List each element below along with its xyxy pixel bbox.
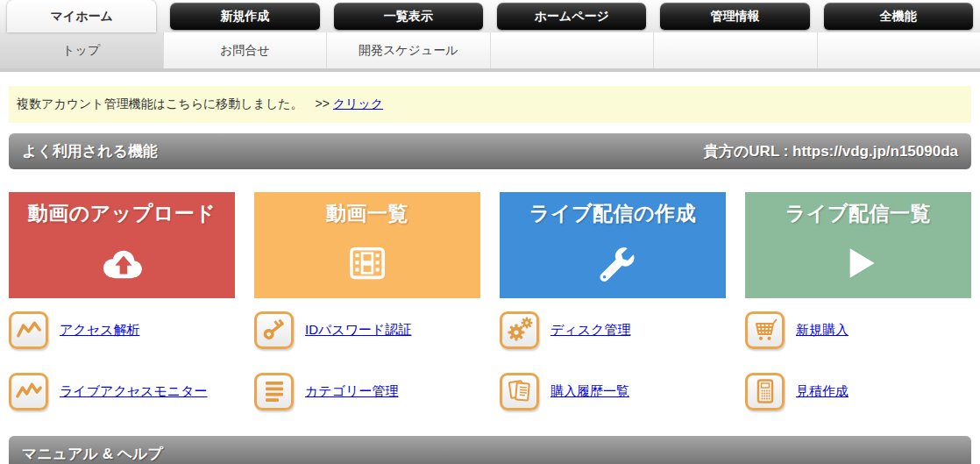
subtab-empty-1 — [490, 32, 654, 68]
quick-link-category-management: カテゴリー管理 — [254, 370, 480, 412]
sub-tab-bar: トップ お問合せ 開発スケジュール — [0, 32, 980, 68]
subtab-empty-2 — [653, 32, 817, 68]
calculator-icon[interactable] — [745, 373, 785, 410]
tab-admin-info[interactable]: 管理情報 — [660, 3, 809, 30]
frequent-functions-header: よく利用される機能 貴方のURL : https://vdg.jp/n15090… — [9, 133, 971, 169]
line-chart-icon[interactable] — [9, 311, 48, 349]
quick-link-label[interactable]: IDパスワード認証 — [305, 322, 411, 339]
tile-label: 動画一覧 — [326, 200, 408, 227]
gears-icon[interactable] — [500, 311, 539, 349]
list-icon[interactable] — [254, 373, 294, 410]
tile-label: 動画のアップロード — [28, 200, 217, 227]
quick-link-label[interactable]: 新規購入 — [796, 322, 849, 339]
tab-homepage[interactable]: ホームページ — [497, 3, 646, 30]
main-tab-bar: マイホーム 新規作成 一覧表示 ホームページ 管理情報 全機能 — [0, 0, 980, 32]
subtab-top[interactable]: トップ — [0, 32, 163, 68]
wrench-icon — [591, 227, 635, 298]
your-url-text: 貴方のURL : https://vdg.jp/n15090da — [704, 141, 958, 161]
section-title: マニュアル & ヘルプ — [22, 444, 163, 464]
quick-link-label[interactable]: 購入履歴一覧 — [550, 383, 629, 400]
manual-help-header: マニュアル & ヘルプ — [9, 436, 971, 464]
film-icon — [342, 227, 393, 298]
tab-my-home[interactable]: マイホーム — [7, 0, 156, 32]
tile-video-upload[interactable]: 動画のアップロード — [9, 192, 235, 298]
notice-text: 複数アカウント管理機能はこちらに移動しました。 >> — [17, 96, 333, 112]
quick-link-access-analytics: アクセス解析 — [9, 309, 235, 351]
quick-link-id-password: IDパスワード認証 — [254, 309, 480, 351]
spacer — [0, 72, 980, 86]
key-icon[interactable] — [254, 311, 294, 349]
quick-links: アクセス解析 IDパスワード認証 — [9, 309, 971, 412]
tab-new-create[interactable]: 新規作成 — [170, 3, 319, 30]
notice-click-link[interactable]: クリック — [333, 96, 383, 112]
subtab-contact[interactable]: お問合せ — [163, 32, 327, 68]
tile-video-list[interactable]: 動画一覧 — [254, 192, 480, 298]
quick-link-label[interactable]: ディスク管理 — [550, 322, 630, 339]
feature-tiles: 動画のアップロード 動画一覧 — [9, 192, 971, 298]
quick-link-quote-creation: 見積作成 — [745, 370, 971, 412]
section-title: よく利用される機能 — [22, 141, 158, 161]
tile-label: ライブ配信の作成 — [529, 200, 696, 227]
quick-link-live-access-monitor: ライブアクセスモニター — [9, 370, 235, 412]
tile-live-create[interactable]: ライブ配信の作成 — [500, 192, 726, 298]
live-chart-icon[interactable] — [9, 373, 48, 410]
cart-icon[interactable] — [745, 311, 785, 349]
play-icon — [835, 227, 881, 298]
quick-link-label[interactable]: アクセス解析 — [60, 322, 139, 339]
quick-link-label[interactable]: 見積作成 — [796, 383, 849, 400]
quick-link-purchase-history: 購入履歴一覧 — [500, 370, 726, 412]
quick-link-new-purchase: 新規購入 — [745, 309, 971, 351]
cloud-upload-icon — [95, 227, 149, 298]
tab-all-functions[interactable]: 全機能 — [824, 3, 973, 30]
quick-link-disk-management: ディスク管理 — [500, 309, 726, 351]
subtab-dev-schedule[interactable]: 開発スケジュール — [326, 32, 490, 68]
quick-link-label[interactable]: カテゴリー管理 — [305, 383, 398, 400]
notice-bar: 複数アカウント管理機能はこちらに移動しました。 >> クリック — [9, 86, 971, 123]
tab-list-view[interactable]: 一覧表示 — [334, 3, 483, 30]
quick-link-label[interactable]: ライブアクセスモニター — [60, 383, 208, 400]
documents-icon[interactable] — [500, 373, 539, 410]
tile-live-list[interactable]: ライブ配信一覧 — [745, 192, 971, 298]
subtab-empty-3 — [817, 32, 980, 68]
tile-label: ライブ配信一覧 — [785, 200, 931, 227]
